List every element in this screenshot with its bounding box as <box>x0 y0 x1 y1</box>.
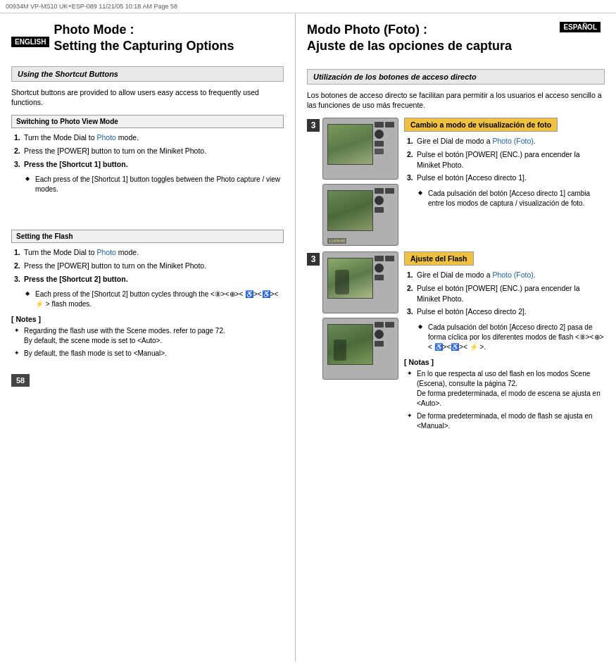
bullet-1-left: Each press of the [Shortcut 1] button to… <box>25 175 284 194</box>
espanol-badge: ESPAÑOL <box>560 22 601 32</box>
step-badge-flash: 3 <box>307 253 320 266</box>
camera-image-2: 11/05/00 <box>322 184 398 246</box>
r-step-3: 3. Pulse el botón [Acceso directo 1]. <box>407 173 605 183</box>
left-column: ENGLISH Photo Mode : Setting the Capturi… <box>0 13 296 661</box>
flash-step-3-left: 3. Press the [Shortcut 2] button. <box>14 274 284 285</box>
shortcut-desc-left: Shortcut buttons are provided to allow u… <box>11 87 284 108</box>
flash-bullets-left: Each press of the [Shortcut 2] button cy… <box>11 290 284 309</box>
r-step-2: 2. Pulse el botón [POWER] (ENC.) para en… <box>407 149 605 170</box>
main-container: ENGLISH Photo Mode : Setting the Capturi… <box>0 13 616 661</box>
note-1-right: En lo que respecta al uso del flash en l… <box>407 369 605 409</box>
camera-image-1 <box>322 118 398 180</box>
left-title-header: ENGLISH Photo Mode : Setting the Capturi… <box>11 22 284 62</box>
rf-step-1: 1. Gire el Dial de modo a Photo (Foto). <box>407 270 605 280</box>
camera-images-top: 3 <box>307 118 398 246</box>
step-badge-top: 3 <box>307 119 320 132</box>
switching-section-right: 3 <box>307 118 605 246</box>
step-2-left: 2. Press the [POWER] button to turn on t… <box>14 146 284 156</box>
notes-right: [ Notas ] En lo que respecta al uso del … <box>404 358 605 431</box>
flash-step-2-left: 2. Press the [POWER] button to turn on t… <box>14 261 284 271</box>
flash-text-right: Ajuste del Flash 1. Gire el Dial de modo… <box>404 251 605 434</box>
switching-header-left: Switching to Photo View Mode <box>11 115 284 128</box>
camera-image-3 <box>322 251 398 313</box>
notes-left: [ Notes ] Regarding the flash use with t… <box>11 315 284 359</box>
timestamp-1: 11/05/00 <box>327 238 346 244</box>
flash-bullets-right: Cada pulsación del botón [Acceso directo… <box>404 323 605 352</box>
switching-steps-right: 1. Gire el Dial de modo a Photo (Foto). … <box>404 136 605 183</box>
flash-steps-right: 1. Gire el Dial de modo a Photo (Foto). … <box>404 270 605 317</box>
camera-images-flash: 3 <box>307 251 398 380</box>
left-title: Photo Mode : Setting the Capturing Optio… <box>54 22 234 55</box>
switching-bullets-left: Each press of the [Shortcut 1] button to… <box>11 175 284 194</box>
page-number-area: 58 <box>11 367 284 387</box>
notes-label-right: [ Notas ] <box>404 358 605 366</box>
notes-label-left: [ Notes ] <box>11 315 284 323</box>
step-3-left: 3. Press the [Shortcut 1] button. <box>14 159 284 170</box>
rf-step-2: 2. Pulse el botón [POWER] (ENC.) para en… <box>407 283 605 304</box>
right-title-area: Modo Photo (Foto) : Ajuste de las opcion… <box>307 22 605 62</box>
header-text: 00934M VP-MS10 UK+ESP-089 11/21/05 10:18… <box>6 3 177 10</box>
header-bar: 00934M VP-MS10 UK+ESP-089 11/21/05 10:18… <box>0 0 616 13</box>
rf-step-3: 3. Pulse el botón [Acceso directo 2]. <box>407 306 605 317</box>
flash-step-1-left: 1. Turn the Mode Dial to Photo mode. <box>14 247 284 258</box>
flash-section-right: 3 <box>307 251 605 434</box>
switching-bullets-right: Cada pulsación del botón [Acceso directo… <box>404 189 605 209</box>
right-column: Modo Photo (Foto) : Ajuste de las opcion… <box>296 13 616 661</box>
r-step-1: 1. Gire el Dial de modo a Photo (Foto). <box>407 136 605 147</box>
step-1-left: 1. Turn the Mode Dial to Photo mode. <box>14 132 284 143</box>
shortcut-bar-right: Utilización de los botones de acceso dir… <box>307 69 605 85</box>
shortcut-bar-left: Using the Shortcut Buttons <box>11 66 284 82</box>
flash-header-left: Setting the Flash <box>11 230 284 243</box>
camera-image-4 <box>322 318 398 380</box>
left-page-title: Photo Mode : Setting the Capturing Optio… <box>54 22 234 62</box>
flash-header-right: Ajuste del Flash <box>404 251 474 266</box>
r-bullet-1: Cada pulsación del botón [Acceso directo… <box>418 189 605 209</box>
right-page-title: Modo Photo (Foto) : Ajuste de las opcion… <box>307 22 554 55</box>
flash-bullet-1-left: Each press of the [Shortcut 2] button cy… <box>25 290 284 309</box>
switching-header-right: Cambio a modo de visualización de foto <box>404 118 558 132</box>
shortcut-desc-right: Los botones de acceso directo se facilit… <box>307 90 605 111</box>
note-2-left: By default, the flash mode is set to <Ma… <box>14 349 284 359</box>
english-badge: ENGLISH <box>11 37 49 47</box>
note-1-left: Regarding the flash use with the Scene m… <box>14 326 284 346</box>
switching-text-right: Cambio a modo de visualización de foto 1… <box>404 118 605 214</box>
rf-bullet-1: Cada pulsación del botón [Acceso directo… <box>418 323 605 352</box>
note-2-right: De forma predeterminada, el modo de flas… <box>407 411 605 431</box>
flash-steps-left: 1. Turn the Mode Dial to Photo mode. 2. … <box>11 247 284 284</box>
switching-steps-left: 1. Turn the Mode Dial to Photo mode. 2. … <box>11 132 284 169</box>
page-number: 58 <box>11 374 30 387</box>
